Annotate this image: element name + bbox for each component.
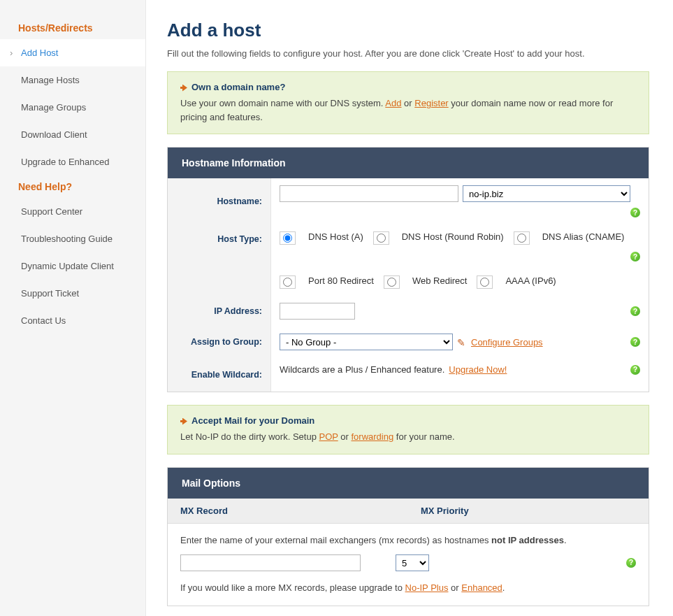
radio-port-80-redirect[interactable] [280,275,296,289]
link-noip-plus[interactable]: No-IP Plus [405,582,449,593]
link-pop[interactable]: POP [319,431,338,442]
notice-accept-mail: Accept Mail for your Domain Let No-IP do… [167,405,649,454]
panel-mail-header: Mail Options [168,468,649,499]
mx-instruction: Enter the name of your external mail exc… [180,533,636,548]
notice-accept-mail-body: Let No-IP do the dirty work. Setup POP o… [180,430,636,444]
sidebar-item-add-host[interactable]: Add Host [0,39,145,66]
group-select[interactable]: - No Group - [280,334,453,350]
panel-mail-options: Mail Options MX Record MX Priority Enter… [167,467,649,607]
label-enable-wildcard: Enable Wildcard: [168,357,271,392]
sidebar-item-manage-groups[interactable]: Manage Groups [0,94,145,121]
sidebar-item-manage-hosts[interactable]: Manage Hosts [0,66,145,94]
notice-own-domain: Own a domain name? Use your own domain n… [167,71,649,134]
panel-hostname-header: Hostname Information [168,148,649,178]
radio-dns-alias-cname[interactable] [514,231,530,245]
mx-record-header: MX Record [168,499,408,523]
link-forwarding[interactable]: forwarding [352,431,394,442]
help-icon[interactable]: ? [626,558,636,568]
link-add-domain[interactable]: Add [385,98,401,108]
sidebar-item-dynamic-update[interactable]: Dynamic Update Client [0,252,145,280]
radio-dns-host-a[interactable] [280,231,296,245]
sidebar-item-support-center[interactable]: Support Center [0,198,145,225]
link-register-domain[interactable]: Register [414,98,448,108]
label-hostname: Hostname: [168,178,271,224]
host-type-radio-group: DNS Host (A) DNS Host (Round Robin) DNS … [280,231,640,289]
sidebar-item-support-ticket[interactable]: Support Ticket [0,280,145,307]
page-subtitle: Fill out the following fields to configu… [167,48,649,59]
sidebar-item-download-client[interactable]: Download Client [0,121,145,148]
wildcard-text: Wildcards are a Plus / Enhanced feature. [280,364,444,375]
label-assign-group: Assign to Group: [168,327,271,357]
help-icon[interactable]: ? [630,337,640,347]
link-enhanced[interactable]: Enhanced [461,582,502,593]
radio-aaaa-ipv6[interactable] [477,275,493,289]
sidebar: Hosts/Redirects Add Host Manage Hosts Ma… [0,0,146,616]
help-icon[interactable]: ? [630,208,640,217]
link-configure-groups[interactable]: Configure Groups [471,337,543,348]
link-upgrade-now[interactable]: Upgrade Now! [449,364,507,375]
help-icon[interactable]: ? [630,252,640,262]
radio-dns-round-robin[interactable] [373,231,389,245]
help-icon[interactable]: ? [630,365,640,375]
edit-icon[interactable] [457,337,467,347]
notice-own-domain-body: Use your own domain name with our DNS sy… [180,96,636,124]
hostname-input[interactable] [280,185,458,202]
mx-record-input[interactable] [180,554,361,571]
sidebar-item-troubleshooting[interactable]: Troubleshooting Guide [0,225,145,252]
mx-upgrade-text: If you would like a more MX records, ple… [180,581,636,596]
notice-own-domain-title: Own a domain name? [180,82,636,92]
main-content: Add a host Fill out the following fields… [146,0,673,616]
page-title: Add a host [167,20,649,41]
label-host-type: Host Type: [168,224,271,296]
sidebar-section-hosts: Hosts/Redirects [0,17,145,39]
mx-priority-select[interactable]: 5 [396,554,429,571]
notice-accept-mail-title: Accept Mail for your Domain [180,415,636,426]
sidebar-section-help: Need Help? [0,176,145,198]
panel-hostname-info: Hostname Information Hostname: no-ip.biz… [167,147,649,392]
sidebar-item-upgrade-enhanced[interactable]: Upgrade to Enhanced [0,148,145,176]
mx-priority-header: MX Priority [408,499,482,523]
label-ip-address: IP Address: [168,296,271,327]
radio-web-redirect[interactable] [384,275,400,289]
help-icon[interactable]: ? [630,306,640,316]
hostname-domain-select[interactable]: no-ip.biz [463,185,630,202]
ip-address-input[interactable] [280,303,355,320]
sidebar-item-contact-us[interactable]: Contact Us [0,307,145,334]
